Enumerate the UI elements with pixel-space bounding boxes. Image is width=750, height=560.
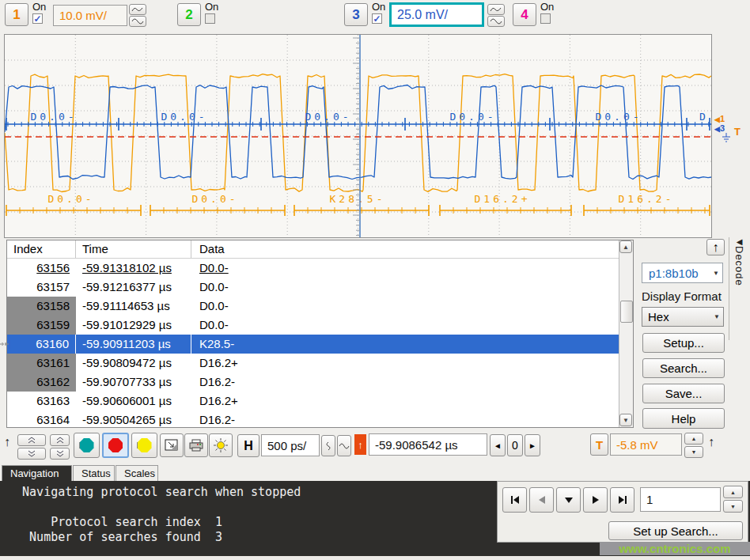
run-button[interactable]: [74, 433, 100, 458]
offset-double-up-button[interactable]: [50, 434, 70, 446]
zero-position-button[interactable]: 0: [507, 434, 523, 456]
scrollbar-thumb[interactable]: [620, 301, 633, 323]
left-arrow-icon: ◀: [714, 125, 720, 133]
scroll-down-button[interactable]: ▼: [619, 414, 632, 426]
left-triangle-icon: [537, 495, 547, 505]
channel-4-on-label: On: [540, 1, 554, 13]
channel-3-on-checkbox[interactable]: ✓: [372, 13, 382, 24]
scroll-up-button[interactable]: ▲: [619, 240, 632, 253]
table-row[interactable]: 63159 -59.91012929 µs D0.0-: [7, 316, 619, 335]
left-arrow-icon: ◀: [737, 237, 743, 246]
panel-collapse-up-button[interactable]: ↑: [706, 239, 725, 255]
sine-icon: [490, 18, 502, 25]
column-header-data[interactable]: Data: [191, 240, 619, 258]
pan-right-button[interactable]: ►: [525, 434, 540, 456]
cell-index: 63157: [36, 280, 70, 293]
scale-double-up-button[interactable]: [17, 434, 46, 446]
horizontal-position-field[interactable]: -59.9086542 µs: [369, 433, 487, 456]
table-row[interactable]: 63164 -59.90504265 µs D16.2-: [7, 411, 619, 428]
next-result-button[interactable]: [583, 487, 608, 513]
offset-double-down-button[interactable]: [50, 448, 70, 460]
tab-status[interactable]: Status: [73, 465, 115, 481]
tab-navigation[interactable]: Navigation: [2, 465, 72, 481]
search-navigation-panel: 1 ▲ ▼ Set up Search...: [497, 481, 748, 543]
column-header-time[interactable]: Time: [76, 240, 191, 258]
sine-icon: [131, 18, 144, 25]
table-row[interactable]: 63158 -59.91114653 µs D0.0-: [7, 297, 619, 316]
channel-3-button[interactable]: 3: [344, 3, 368, 26]
up-triangle-icon: ▲: [730, 490, 736, 495]
trigger-level-marker[interactable]: T: [734, 126, 741, 138]
table-row[interactable]: 63157 -59.91216377 µs D0.0-: [7, 278, 619, 297]
channel-1-scale-down-button[interactable]: [129, 16, 146, 27]
table-row[interactable]: 63162 -59.90707733 µs D16.2-: [7, 373, 619, 392]
pan-left-button[interactable]: ◄: [490, 434, 506, 456]
channel-3-level-marker[interactable]: ◀3: [714, 123, 725, 133]
trigger-level-up-button[interactable]: ▲: [684, 433, 703, 445]
setup-button[interactable]: Setup...: [642, 333, 725, 353]
decode-source-dropdown[interactable]: p1:8b10b ▼: [642, 263, 723, 283]
double-chevron-down-icon: [27, 450, 36, 457]
channel-2-button[interactable]: 2: [177, 3, 201, 26]
channel-1-scale-field[interactable]: 10.0 mV/: [53, 5, 127, 26]
display-format-dropdown[interactable]: Hex ▼: [642, 307, 724, 327]
table-row[interactable]: 63156 -59.91318102 µs D0.0-: [7, 259, 619, 278]
channel-4-on-checkbox[interactable]: [540, 13, 551, 24]
stop-button[interactable]: [102, 433, 129, 458]
zoom-in-time-button[interactable]: [337, 435, 351, 456]
column-header-index[interactable]: Index: [7, 240, 76, 258]
channel-4-button[interactable]: 4: [513, 3, 536, 26]
search-index-field[interactable]: 1: [640, 487, 721, 512]
channel-1-level-marker[interactable]: ◀1: [714, 114, 725, 123]
waveform-display[interactable]: D0.0-D0.0-D0.0-D0.0-D0.0-DD0.0-D0.0-K28.…: [4, 34, 712, 238]
last-result-button[interactable]: [610, 487, 634, 513]
display-format-label: Display Format: [642, 289, 722, 303]
table-row[interactable]: 63160 -59.90911203 µs K28.5-: [7, 335, 619, 354]
channel-2-on-checkbox[interactable]: [205, 13, 215, 24]
cell-data: D0.0-: [199, 299, 229, 312]
channel-3-scale-field[interactable]: 25.0 mV/: [389, 2, 484, 27]
cell-index: 63159: [36, 318, 70, 331]
channel-1-on-checkbox[interactable]: ✓: [32, 13, 43, 24]
down-triangle-icon: ▼: [623, 417, 629, 424]
check-icon: ✓: [373, 15, 381, 23]
tab-scales[interactable]: Scales: [116, 465, 158, 481]
listing-scrollbar[interactable]: ▲ ▼: [619, 240, 633, 427]
channel-3-on-label: On: [372, 1, 385, 13]
search-index-down-button[interactable]: ▼: [723, 500, 743, 513]
save-button[interactable]: Save...: [642, 384, 725, 403]
trigger-level-field[interactable]: -5.8 mV: [610, 433, 682, 456]
zoom-out-time-button[interactable]: [321, 435, 335, 456]
table-row[interactable]: 63163 -59.90606001 µs D16.2+: [7, 392, 619, 411]
single-button[interactable]: [131, 433, 157, 458]
display-brightness-button[interactable]: [209, 433, 233, 457]
search-button[interactable]: Search...: [642, 358, 725, 378]
cell-time: -59.90606001 µs: [82, 394, 172, 407]
single-icon: [138, 438, 152, 452]
screen-capture-button[interactable]: [160, 433, 184, 457]
help-button[interactable]: Help: [642, 408, 725, 429]
channel-3-scale-down-button[interactable]: [487, 16, 505, 27]
print-button[interactable]: [184, 433, 208, 457]
down-triangle-icon: ▼: [730, 504, 736, 509]
marker-up-icon: ↑: [708, 435, 714, 449]
search-index-up-button[interactable]: ▲: [723, 486, 743, 498]
current-result-button[interactable]: [556, 487, 581, 513]
scale-double-down-button[interactable]: [17, 448, 46, 460]
channel-3-scale-up-button[interactable]: [487, 4, 505, 15]
cell-index: 63164: [36, 413, 70, 426]
decode-side-tab[interactable]: ◀ Decode: [729, 237, 749, 340]
cell-index: 63161: [36, 356, 70, 369]
set-up-search-button[interactable]: Set up Search...: [608, 521, 743, 540]
ground-icon: [722, 133, 731, 142]
timebase-field[interactable]: 500 ps/: [261, 434, 320, 456]
trigger-level-down-button[interactable]: ▼: [684, 446, 703, 458]
channel-1-button[interactable]: 1: [5, 3, 28, 26]
trigger-menu-button[interactable]: T: [590, 433, 608, 456]
previous-result-button[interactable]: [529, 487, 554, 513]
first-result-button[interactable]: [502, 487, 527, 513]
channel-1-scale-up-button[interactable]: [129, 4, 146, 15]
right-triangle-icon: ►: [528, 441, 536, 450]
table-row[interactable]: 63161 -59.90809472 µs D16.2+: [7, 354, 619, 373]
horizontal-menu-button[interactable]: H: [237, 434, 259, 457]
